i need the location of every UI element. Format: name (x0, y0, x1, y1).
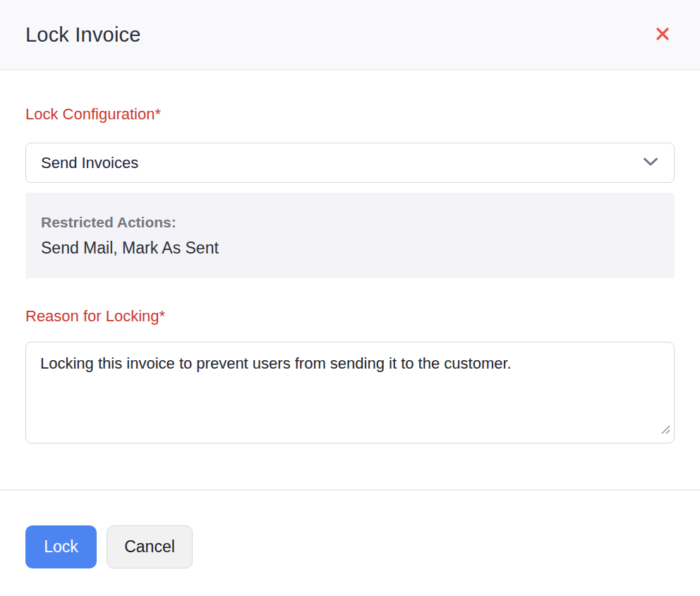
close-button[interactable] (649, 21, 676, 48)
restricted-actions-value: Send Mail, Mark As Sent (41, 238, 659, 258)
reason-textarea-wrap: Locking this invoice to prevent users fr… (25, 342, 675, 443)
reason-textarea[interactable]: Locking this invoice to prevent users fr… (25, 342, 675, 443)
lock-configuration-select[interactable]: Send Invoices (25, 143, 675, 183)
close-icon (655, 26, 670, 44)
modal-header: Lock Invoice (0, 0, 700, 71)
restricted-actions-box: Restricted Actions: Send Mail, Mark As S… (25, 193, 675, 278)
chevron-down-icon (642, 157, 659, 169)
modal-footer: Lock Cancel (0, 489, 700, 568)
reason-for-locking-label: Reason for Locking* (25, 307, 675, 326)
modal-title: Lock Invoice (25, 23, 141, 47)
lock-invoice-modal: Lock Invoice Lock Configuration* Send In… (0, 0, 700, 596)
cancel-button[interactable]: Cancel (107, 525, 193, 568)
lock-button[interactable]: Lock (25, 525, 97, 568)
modal-body: Lock Configuration* Send Invoices Restri… (0, 71, 700, 443)
lock-configuration-label: Lock Configuration* (25, 105, 675, 124)
restricted-actions-label: Restricted Actions: (41, 213, 659, 231)
lock-configuration-selected-value: Send Invoices (41, 154, 138, 172)
